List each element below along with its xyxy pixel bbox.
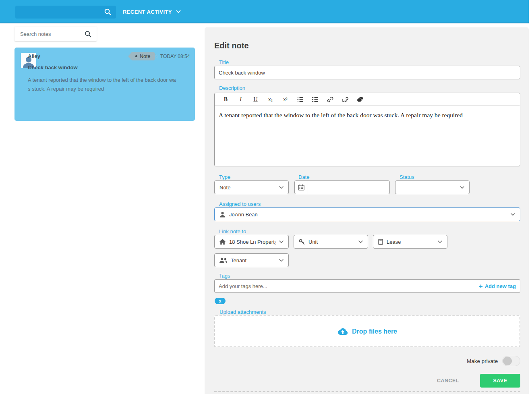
- assigned-users-field[interactable]: JoAnn Bean: [214, 207, 520, 221]
- subscript-button[interactable]: x₂: [263, 93, 278, 106]
- cloud-upload-icon: [337, 328, 348, 335]
- chevron-down-icon: [460, 186, 464, 189]
- link-unit-select[interactable]: Unit: [294, 235, 368, 249]
- toggle-knob: [503, 357, 512, 365]
- tags-input[interactable]: [219, 283, 479, 289]
- cancel-button[interactable]: CANCEL: [437, 378, 459, 384]
- link-lease-select[interactable]: Lease: [373, 235, 447, 249]
- tags-label: Tags: [219, 273, 230, 279]
- add-new-tag-button[interactable]: + Add new tag: [479, 283, 516, 290]
- type-label: Type: [219, 174, 230, 180]
- type-select[interactable]: Note: [214, 180, 289, 194]
- note-author: Ailey: [28, 53, 40, 59]
- description-label: Description: [219, 85, 245, 91]
- chevron-down-icon: [438, 241, 442, 243]
- topbar: RECENT ACTIVITY: [0, 0, 529, 23]
- ordered-list-icon[interactable]: [293, 93, 308, 106]
- underline-button[interactable]: U: [248, 93, 263, 106]
- app-screen: RECENT ACTIVITY Note ☆ TODAY 08:54 Ailey…: [0, 0, 532, 394]
- assigned-value: JoAnn Bean: [229, 212, 258, 218]
- link-property-select[interactable]: 18 Shoe Ln Property: [214, 235, 289, 249]
- note-type-badge: Note: [128, 52, 155, 60]
- chevron-down-icon: [279, 241, 284, 243]
- link-unit-value: Unit: [308, 239, 355, 245]
- link-tenant-select[interactable]: Tenant: [214, 253, 289, 267]
- title-input[interactable]: [214, 66, 520, 79]
- make-private-label: Make private: [467, 358, 498, 364]
- italic-button[interactable]: I: [233, 93, 248, 106]
- add-new-tag-label: Add new tag: [485, 283, 516, 289]
- chevron-down-icon: [511, 213, 515, 216]
- chevron-down-icon: [358, 241, 363, 243]
- superscript-button[interactable]: x²: [278, 93, 293, 106]
- tag-chip-remove[interactable]: x: [215, 298, 226, 304]
- date-input[interactable]: [294, 180, 390, 194]
- link-icon[interactable]: [323, 93, 337, 106]
- title-label: Title: [219, 59, 229, 65]
- tags-field[interactable]: + Add new tag: [214, 279, 520, 293]
- key-icon: [299, 239, 305, 245]
- star-icon[interactable]: ☆: [153, 52, 159, 60]
- note-body: A tenant reported that the window to the…: [28, 76, 176, 93]
- save-button[interactable]: SAVE: [480, 374, 520, 388]
- note-title: Check back window: [28, 64, 78, 71]
- file-dropzone[interactable]: Drop files here: [214, 315, 520, 347]
- link-lease-value: Lease: [387, 239, 434, 245]
- recent-activity-label: RECENT ACTIVITY: [123, 9, 172, 15]
- plus-icon: +: [479, 283, 483, 290]
- remove-format-icon[interactable]: [352, 93, 367, 106]
- unordered-list-icon[interactable]: [308, 93, 323, 106]
- tenants-icon: [219, 257, 227, 263]
- date-label: Date: [298, 174, 309, 180]
- chevron-down-icon: [279, 186, 284, 189]
- text-cursor: [262, 211, 262, 218]
- type-value: Note: [219, 185, 275, 191]
- link-property-value: 18 Shoe Ln Property: [229, 239, 275, 245]
- chevron-down-icon: [176, 10, 181, 13]
- note-timestamp: TODAY 08:54: [160, 54, 190, 59]
- editor-toolbar: B I U x₂ x²: [215, 93, 520, 106]
- page-title: Edit note: [214, 41, 249, 50]
- chevron-down-icon: [279, 259, 284, 262]
- badge-label: Note: [140, 54, 150, 59]
- status-select[interactable]: [395, 180, 470, 194]
- bold-button[interactable]: B: [218, 93, 233, 106]
- notes-search: [14, 27, 97, 41]
- next-dropzone-edge: [214, 391, 520, 392]
- search-icon[interactable]: [84, 30, 92, 39]
- search-icon[interactable]: [104, 8, 112, 17]
- upload-label: Upload attachments: [219, 309, 266, 315]
- description-editor: B I U x₂ x² A tenant reported that the w…: [214, 93, 520, 166]
- description-content[interactable]: A tenant reported that the window to the…: [215, 106, 520, 124]
- lease-document-icon: [378, 239, 383, 245]
- person-icon: [219, 212, 226, 218]
- drop-files-label: Drop files here: [352, 328, 397, 335]
- recent-activity-menu[interactable]: RECENT ACTIVITY: [123, 0, 181, 23]
- calendar-icon: [295, 181, 308, 194]
- unlink-icon[interactable]: [337, 93, 352, 106]
- make-private-toggle[interactable]: [502, 356, 520, 366]
- home-icon: [219, 239, 226, 245]
- global-search-input[interactable]: [15, 6, 116, 19]
- link-tenant-value: Tenant: [231, 257, 275, 263]
- assigned-label: Assigned to users: [219, 201, 261, 207]
- link-note-label: Link note to: [219, 228, 246, 234]
- status-label: Status: [400, 174, 414, 180]
- badge-dot: [135, 55, 137, 57]
